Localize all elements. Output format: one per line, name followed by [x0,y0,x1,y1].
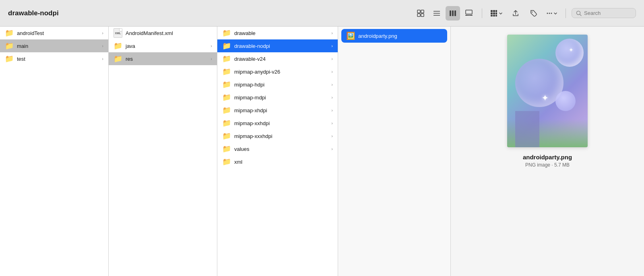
folder-icon: 📁 [222,55,231,62]
list-item[interactable]: 📁 values › [217,142,338,155]
svg-rect-2 [417,14,420,16]
svg-rect-20 [491,15,493,16]
bottom-purple-overlay [515,111,539,147]
folder-icon: 📁 [222,132,231,140]
folder-icon: 📁 [5,42,14,49]
chevron-right-icon: › [211,56,212,61]
chevron-right-icon: › [102,56,103,61]
preview-filename: androidparty.png [523,154,572,161]
svg-rect-21 [493,15,495,16]
folder-icon: 📁 [222,119,231,127]
folder-icon: 📁 [222,158,231,165]
svg-rect-0 [417,10,420,13]
window-title: drawable-nodpi [8,9,59,17]
chevron-right-icon: › [331,134,333,138]
column-2: XML AndroidManifest.xml 📁 java › 📁 res › [109,27,217,276]
folder-icon: 📁 [222,42,231,49]
sparkle2-icon: ✦ [569,47,574,53]
list-item[interactable]: 📁 main › [0,39,108,52]
toolbar-divider-2 [566,8,566,18]
grid-view-button[interactable] [413,6,428,21]
svg-point-24 [547,12,548,14]
toolbar-view-buttons [413,6,476,21]
folder-icon: 📁 [5,29,14,37]
list-item[interactable]: 📁 androidTest › [0,27,108,39]
chevron-right-icon: › [331,82,333,87]
svg-rect-7 [450,10,451,16]
chevron-right-icon: › [331,56,333,61]
chevron-right-icon: › [331,69,333,74]
png-file-icon: 🖼️ [346,31,355,40]
chevron-right-icon: › [102,31,103,35]
column-4: 🖼️ androidparty.png [338,27,451,276]
blob-2: ✦ [555,39,584,67]
folder-icon: 📁 [222,68,231,75]
blob-3 [555,91,576,111]
folder-icon: 📁 [114,55,122,62]
search-icon [576,10,582,16]
svg-rect-3 [421,14,424,16]
list-item[interactable]: 📁 mipmap-xhdpi › [217,104,338,117]
tag-button[interactable] [526,6,541,21]
list-item[interactable]: 📁 xml [217,155,338,168]
main-content: 📁 androidTest › 📁 main › 📁 test › XML An… [0,27,644,276]
list-item[interactable]: 📁 mipmap-anydpi-v26 › [217,65,338,78]
chevron-right-icon: › [331,31,333,35]
list-item[interactable]: 📁 mipmap-xxhdpi › [217,117,338,130]
app-grid-button[interactable] [488,6,505,21]
column-3: 📁 drawable › 📁 drawable-nodpi › 📁 drawab… [217,27,338,276]
svg-rect-18 [493,12,495,14]
folder-icon: 📁 [222,81,231,88]
svg-rect-9 [454,10,456,16]
list-item[interactable]: 📁 drawable › [217,27,338,39]
toolbar-divider-1 [482,8,482,18]
svg-rect-17 [491,12,493,14]
search-bar [572,8,636,18]
svg-point-26 [551,12,552,14]
folder-icon: 📁 [114,42,122,49]
svg-rect-15 [493,10,495,12]
preview-pane: ✦ ✦ androidparty.png PNG image · 5.7 MB [451,27,644,276]
list-item[interactable]: 📁 java › [109,39,217,52]
search-input[interactable] [584,10,628,16]
folder-icon: 📁 [5,55,14,62]
svg-rect-10 [466,10,472,14]
selected-file-name: androidparty.png [358,33,397,39]
more-options-button[interactable] [544,6,560,21]
preview-meta: PNG image · 5.7 MB [525,162,570,168]
chevron-right-icon: › [102,43,103,48]
column-1: 📁 androidTest › 📁 main › 📁 test › [0,27,109,276]
list-item[interactable]: 📁 drawable-v24 › [217,52,338,65]
list-item[interactable]: XML AndroidManifest.xml [109,27,217,39]
chevron-right-icon: › [331,108,333,113]
share-button[interactable] [508,6,523,21]
folder-icon: 📁 [222,94,231,101]
list-item[interactable]: 📁 mipmap-hdpi › [217,78,338,91]
sparkle-icon: ✦ [541,93,549,103]
preview-image: ✦ ✦ [507,35,588,147]
svg-line-28 [580,14,582,16]
chevron-right-icon: › [331,121,333,126]
chevron-right-icon: › [331,146,333,151]
list-item[interactable]: 📁 res › [109,52,217,65]
svg-point-23 [532,11,533,12]
svg-rect-8 [452,10,454,16]
chevron-right-icon: › [211,43,212,48]
list-item[interactable]: 📁 mipmap-xxxhdpi › [217,130,338,142]
xml-file-icon: XML [114,28,122,38]
folder-icon: 📁 [222,145,231,152]
column-view-button[interactable] [446,6,460,21]
folder-icon: 📁 [222,29,231,37]
selected-file-chip[interactable]: 🖼️ androidparty.png [341,29,447,43]
svg-rect-22 [495,15,497,16]
list-item[interactable]: 📁 drawable-nodpi › [217,39,338,52]
svg-rect-1 [421,10,424,13]
list-item[interactable]: 📁 test › [0,52,108,65]
folder-icon: 📁 [222,107,231,114]
svg-rect-16 [495,10,497,12]
list-item[interactable]: 📁 mipmap-mdpi › [217,91,338,104]
svg-rect-19 [495,12,497,14]
gallery-view-button[interactable] [462,6,476,21]
list-view-button[interactable] [429,6,444,21]
toolbar: drawable-nodpi [0,0,644,27]
